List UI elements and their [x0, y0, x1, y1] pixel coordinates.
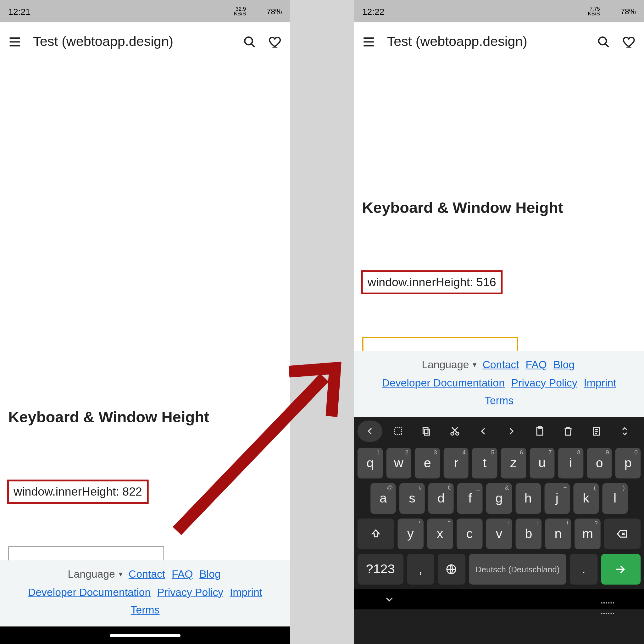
key-comma[interactable]: , — [407, 554, 434, 585]
keyboard-collapse-bar[interactable] — [354, 589, 644, 609]
inner-height-readout: window.innerHeight: 822 — [7, 480, 149, 504]
key-k[interactable]: k( — [573, 483, 599, 514]
key-numbers[interactable]: ?123 — [358, 554, 403, 585]
footer-link-terms[interactable]: Terms — [485, 395, 514, 407]
key-c[interactable]: c' — [457, 519, 483, 549]
key-v[interactable]: v: — [486, 519, 512, 549]
svg-rect-10 — [423, 427, 428, 433]
footer: Language ▼ Contact FAQ Blog Developer Do… — [354, 351, 644, 417]
key-e[interactable]: e3 — [415, 448, 440, 479]
inner-height-readout: window.innerHeight: 516 — [361, 270, 502, 294]
svg-point-3 — [245, 37, 252, 44]
footer-link-blog[interactable]: Blog — [553, 359, 575, 371]
key-s[interactable]: s# — [399, 483, 425, 514]
content: Keyboard & Window Height window.innerHei… — [0, 61, 290, 626]
keyboard-switch-icon — [601, 595, 615, 603]
key-u[interactable]: u7 — [530, 448, 555, 479]
heart-icon[interactable] — [622, 34, 637, 49]
footer-link-imprint[interactable]: Imprint — [584, 377, 616, 389]
status-netspeed: 32.9KB/S — [234, 7, 246, 16]
heart-icon[interactable] — [268, 34, 283, 49]
status-battery: 78% — [267, 7, 282, 16]
search-icon[interactable] — [596, 34, 611, 49]
footer-link-faq[interactable]: FAQ — [172, 568, 193, 580]
kb-select-all-icon[interactable] — [386, 421, 411, 442]
footer-link-terms[interactable]: Terms — [131, 604, 160, 616]
screenshot-left: 12:21 32.9KB/S 78% T — [0, 0, 290, 644]
section-title: Keyboard & Window Height — [0, 408, 290, 426]
key-l[interactable]: l) — [602, 483, 628, 514]
footer-link-blog[interactable]: Blog — [199, 568, 221, 580]
key-m[interactable]: m? — [575, 519, 601, 549]
key-i[interactable]: i8 — [558, 448, 583, 479]
status-time: 12:22 — [362, 6, 384, 16]
svg-rect-9 — [425, 429, 430, 435]
footer-link-devdoc[interactable]: Developer Documentation — [28, 586, 151, 598]
key-g[interactable]: g& — [486, 483, 512, 514]
app-bar: Test (webtoapp.design) — [0, 22, 290, 61]
key-f[interactable]: f_ — [458, 483, 483, 514]
key-space[interactable]: Deutsch (Deutschland) — [469, 554, 567, 585]
key-enter[interactable] — [601, 554, 641, 585]
language-selector[interactable]: Language ▼ — [422, 356, 478, 374]
kb-collapse-left-icon[interactable] — [358, 421, 382, 442]
app-title: Test (webtoapp.design) — [33, 34, 231, 50]
footer: Language ▼ Contact FAQ Blog Developer Do… — [0, 561, 290, 627]
svg-point-7 — [599, 37, 606, 44]
screenshot-right: 12:22 7.75KB/S 78% T — [354, 0, 644, 644]
kb-updown-icon[interactable] — [612, 421, 637, 442]
footer-link-imprint[interactable]: Imprint — [230, 586, 262, 598]
kb-cut-icon[interactable] — [442, 421, 467, 442]
section-title: Keyboard & Window Height — [354, 199, 644, 217]
footer-link-contact[interactable]: Contact — [482, 359, 519, 371]
key-o[interactable]: o9 — [587, 448, 612, 479]
footer-link-faq[interactable]: FAQ — [526, 359, 547, 371]
kb-delete-icon[interactable] — [556, 421, 580, 442]
key-backspace[interactable] — [604, 519, 641, 549]
key-x[interactable]: x" — [427, 519, 453, 549]
status-battery: 78% — [620, 7, 636, 16]
key-p[interactable]: p0 — [615, 448, 641, 479]
app-bar: Test (webtoapp.design) — [354, 22, 644, 61]
language-selector[interactable]: Language ▼ — [68, 565, 124, 583]
chevron-down-icon: ▼ — [471, 359, 478, 370]
key-globe[interactable] — [438, 554, 465, 585]
footer-link-privacy[interactable]: Privacy Policy — [511, 377, 577, 389]
key-w[interactable]: w2 — [386, 448, 411, 479]
app-title: Test (webtoapp.design) — [387, 34, 585, 50]
menu-icon[interactable] — [361, 34, 376, 49]
key-a[interactable]: a@ — [370, 483, 396, 514]
kb-paste-icon[interactable] — [527, 421, 552, 442]
nav-pill-icon — [110, 634, 180, 637]
svg-rect-8 — [395, 428, 402, 435]
footer-link-devdoc[interactable]: Developer Documentation — [382, 377, 505, 389]
chevron-down-icon: ▼ — [117, 569, 124, 580]
key-n[interactable]: n! — [545, 519, 571, 549]
nav-bar[interactable] — [0, 626, 290, 644]
kb-clipboard-icon[interactable] — [584, 421, 609, 442]
content: Keyboard & Window Height window.innerHei… — [354, 61, 644, 644]
key-b[interactable]: b; — [516, 519, 542, 549]
footer-link-contact[interactable]: Contact — [129, 568, 165, 580]
key-y[interactable]: y* — [397, 519, 424, 549]
key-t[interactable]: t5 — [472, 448, 497, 479]
kb-arrow-right-icon[interactable] — [499, 421, 524, 442]
key-h[interactable]: h- — [515, 483, 541, 514]
key-j[interactable]: j+ — [544, 483, 570, 514]
keyboard-toolbar — [354, 417, 644, 445]
search-icon[interactable] — [242, 34, 257, 49]
footer-link-privacy[interactable]: Privacy Policy — [157, 586, 223, 598]
status-time: 12:21 — [8, 6, 30, 16]
status-netspeed: 7.75KB/S — [588, 7, 600, 16]
menu-icon[interactable] — [7, 34, 23, 49]
key-shift[interactable] — [358, 519, 394, 549]
key-d[interactable]: d€ — [428, 483, 454, 514]
key-period[interactable]: . — [570, 554, 597, 585]
key-q[interactable]: q1 — [358, 448, 383, 479]
status-bar: 12:21 32.9KB/S 78% — [0, 0, 290, 22]
soft-keyboard[interactable]: q1w2e3r4t5z6u7i8o9p0 a@s#d€f_g&h-j+k(l) … — [354, 417, 644, 644]
kb-copy-icon[interactable] — [414, 421, 439, 442]
key-z[interactable]: z6 — [501, 448, 526, 479]
key-r[interactable]: r4 — [443, 448, 469, 479]
kb-arrow-left-icon[interactable] — [471, 421, 496, 442]
